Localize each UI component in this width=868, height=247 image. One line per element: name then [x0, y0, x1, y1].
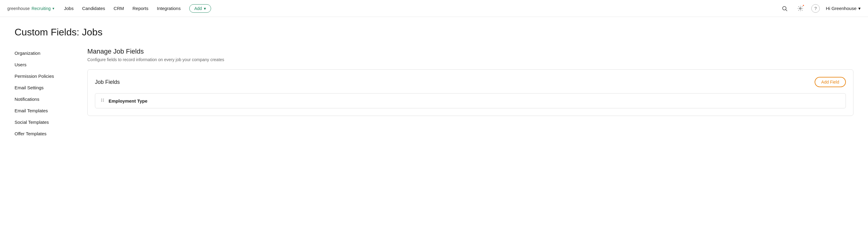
sidebar-item-social-templates[interactable]: Social Templates — [14, 116, 75, 128]
svg-point-7 — [101, 101, 102, 102]
nav-link-jobs[interactable]: Jobs — [64, 6, 74, 11]
sidebar: Organization Users Permission Policies E… — [14, 47, 75, 140]
section-subtitle: Configure fields to record information o… — [87, 57, 854, 62]
sidebar-item-notifications[interactable]: Notifications — [14, 94, 75, 105]
add-button-label: Add — [194, 6, 202, 11]
help-button[interactable]: ? — [811, 4, 820, 13]
drag-handle-icon[interactable] — [100, 98, 105, 104]
job-fields-card: Job Fields Add Field Em — [87, 69, 854, 116]
svg-point-2 — [800, 7, 801, 9]
user-chevron-icon: ▾ — [858, 6, 861, 11]
nav-link-reports[interactable]: Reports — [132, 6, 149, 11]
logo-chevron-icon: ▾ — [53, 6, 54, 10]
page-container: Custom Fields: Jobs Organization Users P… — [0, 17, 868, 149]
help-icon: ? — [814, 6, 817, 11]
nav-link-candidates[interactable]: Candidates — [82, 6, 105, 11]
sidebar-item-offer-templates[interactable]: Offer Templates — [14, 128, 75, 140]
content-layout: Organization Users Permission Policies E… — [14, 47, 854, 140]
nav-right-icons: ? Hi Greenhouse ▾ — [780, 4, 861, 13]
svg-line-1 — [786, 9, 787, 11]
sidebar-item-email-settings[interactable]: Email Settings — [14, 82, 75, 94]
sidebar-item-users[interactable]: Users — [14, 59, 75, 71]
top-navigation: greenhouse Recruiting ▾ Jobs Candidates … — [0, 0, 868, 17]
svg-point-6 — [103, 100, 104, 101]
add-button[interactable]: Add ▾ — [189, 4, 211, 13]
field-name-employment-type: Employment Type — [108, 98, 147, 104]
card-title: Job Fields — [95, 79, 120, 85]
sidebar-item-email-templates[interactable]: Email Templates — [14, 105, 75, 116]
add-chevron-icon: ▾ — [204, 6, 206, 11]
search-button[interactable] — [780, 4, 789, 13]
add-field-button[interactable]: Add Field — [815, 77, 846, 87]
sidebar-item-permission-policies[interactable]: Permission Policies — [14, 71, 75, 82]
field-row-employment-type: Employment Type — [95, 93, 846, 108]
settings-button[interactable] — [796, 4, 805, 13]
svg-point-0 — [782, 6, 786, 10]
nav-link-crm[interactable]: CRM — [114, 6, 124, 11]
nav-link-integrations[interactable]: Integrations — [157, 6, 181, 11]
main-content: Manage Job Fields Configure fields to re… — [87, 47, 854, 140]
svg-point-3 — [101, 99, 102, 100]
user-greeting: Hi Greenhouse — [826, 6, 857, 11]
logo-greenhouse-text: greenhouse — [7, 6, 30, 11]
logo[interactable]: greenhouse Recruiting ▾ — [7, 6, 54, 11]
sidebar-item-organization[interactable]: Organization — [14, 47, 75, 59]
card-header: Job Fields Add Field — [95, 77, 846, 87]
svg-point-4 — [103, 99, 104, 100]
page-title: Custom Fields: Jobs — [14, 27, 854, 38]
nav-links: Jobs Candidates CRM Reports Integrations… — [64, 4, 780, 13]
notification-dot — [802, 4, 805, 7]
logo-recruiting-text: Recruiting — [32, 6, 51, 11]
section-title: Manage Job Fields — [87, 47, 854, 56]
svg-point-5 — [101, 100, 102, 101]
user-menu[interactable]: Hi Greenhouse ▾ — [826, 6, 861, 11]
svg-point-8 — [103, 101, 104, 102]
search-icon — [781, 5, 787, 11]
